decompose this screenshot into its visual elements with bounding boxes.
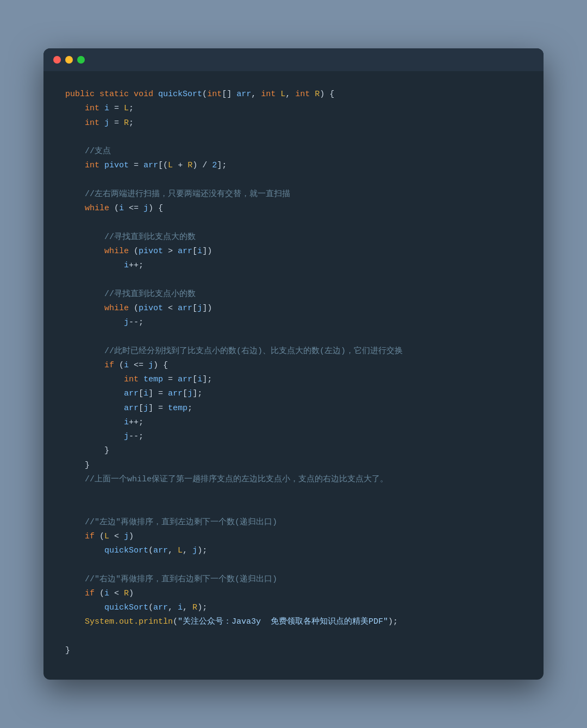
maximize-button[interactable] — [77, 56, 85, 64]
close-button[interactable] — [53, 56, 61, 64]
code-content: public static void quickSort(int[] arr, … — [43, 71, 544, 680]
titlebar — [43, 48, 544, 71]
minimize-button[interactable] — [65, 56, 73, 64]
code-window: public static void quickSort(int[] arr, … — [43, 48, 544, 680]
